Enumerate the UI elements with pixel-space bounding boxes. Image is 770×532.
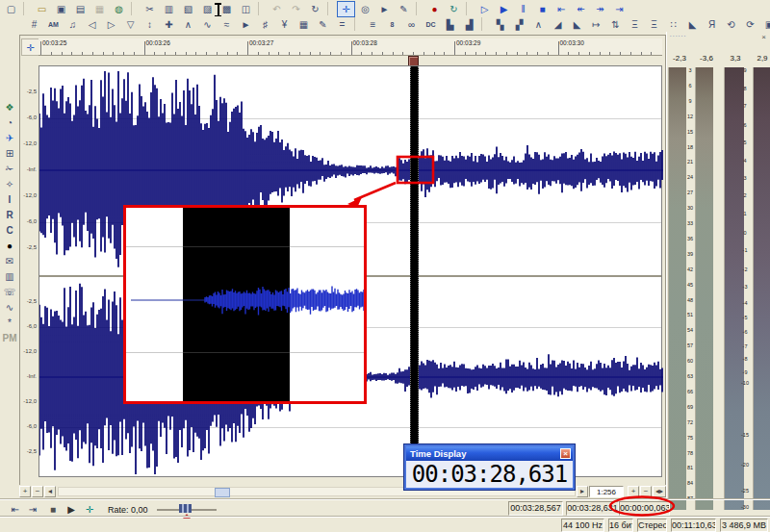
undo-button[interactable]: ↶ (268, 1, 286, 17)
repeat-button[interactable]: ↻ (306, 1, 324, 17)
zoom-in-button[interactable]: + (19, 486, 31, 497)
statistics-1-button[interactable]: ▚ (491, 16, 509, 33)
status-position-field[interactable]: 00:03:28,567 (508, 501, 563, 516)
magnify-tool-button[interactable]: ◎ (356, 1, 374, 17)
preview-button[interactable]: ♫ (64, 16, 82, 33)
am-indicator-button[interactable]: AM (44, 16, 63, 33)
plugin-chain-button[interactable]: ▦ (295, 16, 313, 33)
fade-in-button[interactable]: ◢ (549, 16, 567, 33)
record-button[interactable]: ● (425, 1, 444, 17)
insert-command-button[interactable]: C (2, 223, 17, 238)
publish-button[interactable]: ◍ (110, 1, 128, 17)
play-all-button[interactable]: ▷ (475, 1, 494, 17)
nudge-right-button[interactable]: ▷ (102, 16, 120, 33)
monitor-button[interactable]: ▣ (760, 16, 770, 33)
rotate-right-button[interactable]: ⟳ (741, 16, 759, 33)
play-normal-button[interactable]: ▶ (64, 502, 79, 516)
go-to-end-button[interactable]: ⇥ (610, 1, 629, 17)
crossfade-button[interactable]: ✚ (160, 16, 178, 33)
snap-button[interactable]: # (25, 16, 43, 33)
edit-tool-vertical-button[interactable]: ✈ (2, 131, 17, 145)
nudge-left-button[interactable]: ◁ (83, 16, 101, 33)
total-length-field[interactable]: 00:11:10,632 (671, 519, 716, 532)
time-display-close-icon[interactable]: × (560, 448, 571, 459)
paste-button[interactable]: ▧ (179, 1, 197, 17)
reverse-button[interactable]: Я (703, 16, 721, 33)
splitter-button[interactable]: ◂▸ (653, 486, 666, 497)
play-button[interactable]: ▶ (495, 1, 513, 17)
eq-graphic-button[interactable]: ▙ (441, 16, 459, 33)
mixer-button[interactable]: ≡ (364, 16, 382, 33)
pitch-button[interactable]: ♯ (256, 16, 274, 33)
insert-silence-button[interactable]: ↦ (587, 16, 605, 33)
swap-channels-button[interactable]: ⇅ (606, 16, 625, 33)
save-as-button[interactable]: ▤ (71, 1, 90, 17)
open-file-button[interactable]: ▭ (33, 1, 51, 17)
record-remote-button[interactable]: ✛ (82, 502, 97, 516)
edit-tool-ruler-button[interactable]: ✛ (21, 38, 39, 56)
go-to-start-button[interactable]: ⇤ (552, 1, 571, 17)
insert-region-button[interactable]: R (2, 208, 17, 222)
scroll-right-button[interactable]: ▸ (577, 486, 588, 497)
zoom-ratio-in-button[interactable]: + (628, 486, 639, 497)
time-stretch-button[interactable]: ◔ (2, 115, 17, 130)
volume-button[interactable]: ¥ (275, 16, 294, 33)
eq-paragraphic-button[interactable]: ▟ (460, 16, 478, 33)
timeline-ruler[interactable]: 00:03:2500:03:2600:03:2700:03:2800:03:29… (38, 38, 662, 56)
process-button[interactable]: ≈ (218, 16, 236, 33)
rewind-button[interactable]: ↞ (572, 1, 590, 17)
status-selection-end-field[interactable]: 00:03:28,631 (566, 501, 619, 516)
record-mode-button[interactable]: ● (2, 239, 17, 253)
statistics-2-button[interactable]: ▞ (510, 16, 528, 33)
stop-button[interactable]: ■ (45, 502, 61, 516)
slope-button[interactable]: ◣ (683, 16, 702, 33)
dc-offset-button[interactable]: DC (422, 16, 440, 33)
stop-button[interactable]: ■ (533, 1, 552, 17)
phone-preview-button[interactable]: ☏ (2, 285, 17, 299)
trim-button[interactable]: ◫ (237, 1, 255, 17)
save-button[interactable]: ▣ (52, 1, 70, 17)
levels-button[interactable]: = (333, 16, 351, 33)
insert-time-button[interactable]: I (2, 192, 17, 207)
pencil-tool-button[interactable]: ✎ (395, 1, 413, 17)
normalize-button[interactable]: ∧ (179, 16, 197, 33)
rotate-left-button[interactable]: ⟲ (722, 16, 740, 33)
fade-out-button[interactable]: ◣ (568, 16, 586, 33)
peak-scan-button[interactable]: ∧ (529, 16, 548, 33)
acid-loop-button[interactable]: ❖ (2, 100, 17, 114)
draw-button[interactable]: ✎ (314, 16, 332, 33)
status-selection-length-field[interactable]: 00:00:00,063 (619, 501, 670, 516)
effects-list-button[interactable]: * (2, 316, 17, 330)
go-to-start-button[interactable]: ⇤ (8, 502, 23, 516)
save-all-button[interactable]: ▦ (90, 1, 109, 17)
redo-button[interactable]: ↷ (287, 1, 305, 17)
waveform-view-button[interactable]: ∿ (2, 300, 17, 315)
smooth-button[interactable]: ∷ (664, 16, 682, 33)
forward-button[interactable]: ↠ (591, 1, 609, 17)
copy-button[interactable]: ▥ (160, 1, 178, 17)
event-edit-button[interactable]: ⊞ (2, 146, 17, 161)
envelope-button[interactable]: ∿ (198, 16, 217, 33)
new-file-button[interactable]: ▢ (2, 1, 20, 17)
effects-button[interactable]: ► (237, 16, 255, 33)
loop-infinite-button[interactable]: ∞ (402, 16, 421, 33)
bit-depth-field[interactable]: 16 бит (608, 519, 633, 532)
sample-rate-field[interactable]: 44 100 Hz (561, 519, 604, 532)
zoom-ratio-display[interactable]: 1:256 (589, 486, 624, 497)
scrollbar-thumb[interactable] (215, 488, 230, 497)
event-tool-button[interactable]: ► (375, 1, 394, 17)
channels-field[interactable]: Стерео (637, 519, 667, 532)
zoom-vertical-button[interactable]: ↕ (141, 16, 159, 33)
bit-depth-8-button[interactable]: 8 (383, 16, 401, 33)
meters-drag-grip[interactable]: ∙∙∙∙∙∙ (670, 32, 687, 38)
rate-slider-handle[interactable] (179, 504, 192, 513)
fit-data-button[interactable]: ▽ (121, 16, 140, 33)
zoom-out-button[interactable]: − (32, 486, 43, 497)
pm-indicator-button[interactable]: PM (2, 331, 17, 345)
loop-playback-button[interactable]: ↻ (445, 1, 463, 17)
spectrum-button[interactable]: ▥ (2, 269, 17, 284)
go-to-end-button[interactable]: ⇥ (25, 502, 40, 516)
edit-tool-button[interactable]: ✛ (337, 1, 355, 17)
time-display-titlebar[interactable]: Time Display × (406, 446, 573, 461)
pause-button[interactable]: ‖ (514, 1, 532, 17)
